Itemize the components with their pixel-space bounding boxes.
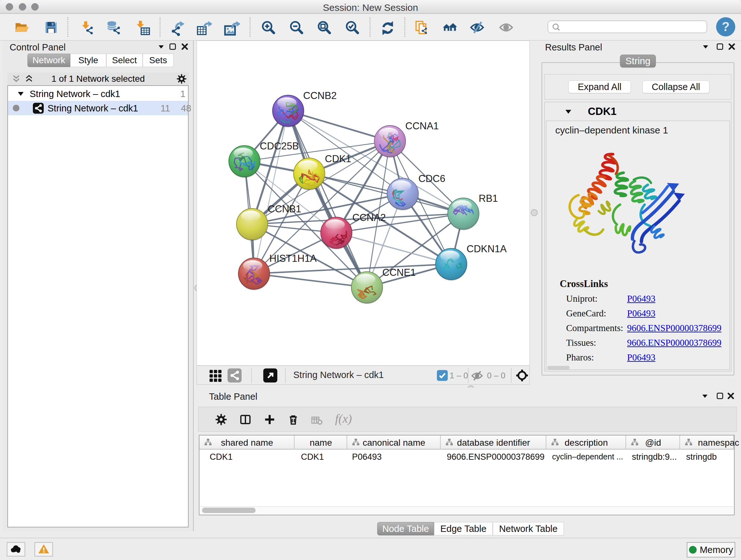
svg-text:CDK1: CDK1: [325, 153, 351, 165]
svg-text:CCNE1: CCNE1: [382, 267, 416, 278]
svg-text:CCNB1: CCNB1: [268, 203, 301, 214]
svg-text:HIST1H1A: HIST1H1A: [269, 253, 317, 264]
svg-text:CCNA1: CCNA1: [405, 120, 439, 132]
svg-text:CCNA2: CCNA2: [352, 212, 386, 223]
svg-text:CDKN1A: CDKN1A: [467, 243, 507, 254]
svg-text:RB1: RB1: [479, 193, 498, 204]
svg-text:CDC6: CDC6: [418, 173, 445, 184]
svg-text:CCNB2: CCNB2: [303, 90, 337, 101]
svg-text:CDC25B: CDC25B: [260, 140, 299, 152]
